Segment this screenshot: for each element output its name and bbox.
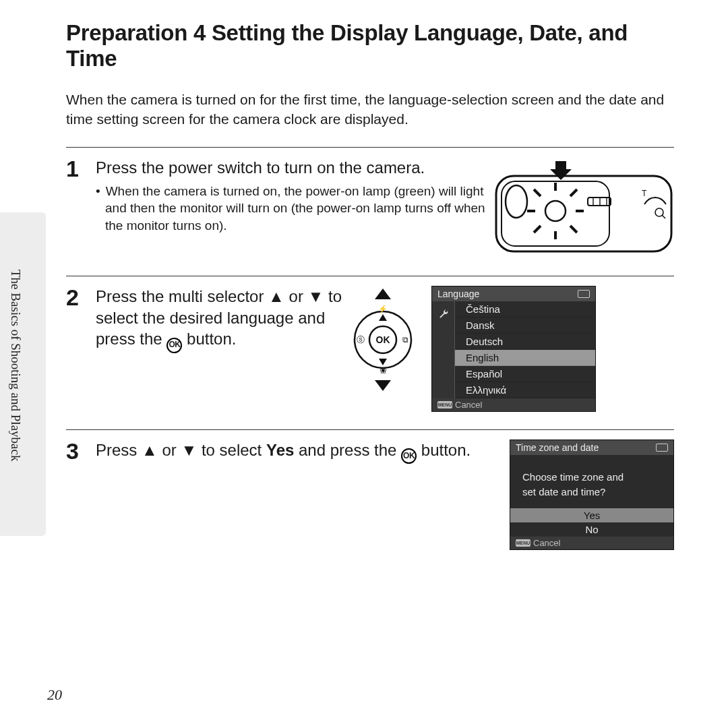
language-option[interactable]: Español <box>455 366 595 382</box>
side-tab <box>0 212 46 536</box>
svg-point-12 <box>506 185 527 218</box>
timezone-prompt-line1: Choose time zone and <box>522 470 661 485</box>
ok-button-icon: OK <box>401 448 417 464</box>
menu-icon: MENU <box>516 539 530 547</box>
side-section-title: The Basics of Shooting and Playback <box>8 270 23 506</box>
wrench-icon <box>437 308 450 320</box>
svg-line-10 <box>570 226 577 233</box>
up-triangle-icon: ▲ <box>268 286 284 307</box>
svg-text:OK: OK <box>376 334 390 345</box>
language-option[interactable]: Deutsch <box>455 334 595 350</box>
camera-top-illustration: T <box>493 157 674 258</box>
page-title: Preparation 4 Setting the Display Langua… <box>66 20 674 71</box>
card-icon <box>656 444 668 452</box>
language-option[interactable]: Ελληνικά <box>455 382 595 398</box>
svg-text:⧉: ⧉ <box>402 335 408 344</box>
svg-text:❀: ❀ <box>380 365 387 375</box>
svg-rect-16 <box>588 198 611 206</box>
language-screen-title: Language <box>437 289 479 299</box>
svg-marker-11 <box>550 161 572 180</box>
svg-line-7 <box>534 189 541 196</box>
svg-marker-25 <box>379 314 387 321</box>
svg-line-8 <box>570 189 577 196</box>
cancel-label[interactable]: Cancel <box>533 538 560 548</box>
svg-text:⚡: ⚡ <box>378 304 388 313</box>
down-triangle-icon: ▼ <box>308 286 324 307</box>
step-number: 1 <box>66 157 96 258</box>
option-yes[interactable]: Yes <box>510 508 673 522</box>
step-3-head: Press ▲ or ▼ to select Yes and press the… <box>96 439 503 464</box>
card-icon <box>578 290 590 298</box>
step-1-head: Press the power switch to turn on the ca… <box>96 157 487 179</box>
step-number: 2 <box>66 286 96 412</box>
language-option[interactable]: Čeština <box>455 301 595 317</box>
timezone-screen-title: Time zone and date <box>516 442 599 453</box>
ok-button-icon: OK <box>166 338 182 353</box>
language-screen: Language Čeština Dansk Deutsch English E… <box>431 286 596 412</box>
svg-marker-21 <box>375 380 391 391</box>
timezone-prompt-line2: set date and time? <box>522 485 661 500</box>
step-number: 3 <box>66 439 96 550</box>
page-number: 20 <box>47 686 62 704</box>
svg-point-2 <box>545 201 566 221</box>
svg-text:ⓢ: ⓢ <box>357 335 365 344</box>
up-triangle-icon: ▲ <box>142 439 158 461</box>
language-option[interactable]: Dansk <box>455 317 595 334</box>
step-1: 1 Press the power switch to turn on the … <box>66 147 674 276</box>
step-1-sub: When the camera is turned on, the power-… <box>96 183 487 235</box>
down-triangle-icon: ▼ <box>181 439 197 461</box>
cancel-label[interactable]: Cancel <box>455 400 482 410</box>
menu-icon: MENU <box>437 401 452 408</box>
intro-text: When the camera is turned on for the fir… <box>66 90 674 129</box>
timezone-screen: Time zone and date Choose time zone and … <box>510 439 674 550</box>
step-2: 2 Press the multi selector ▲ or ▼ to sel… <box>66 276 674 429</box>
svg-marker-20 <box>375 289 391 299</box>
language-option-selected[interactable]: English <box>455 350 595 366</box>
language-list: Čeština Dansk Deutsch English Español Ελ… <box>455 301 595 398</box>
multi-selector-illustration: OK ⚡ ❀ ⓢ ⧉ <box>352 286 414 394</box>
svg-marker-26 <box>379 359 387 365</box>
svg-line-9 <box>534 226 541 233</box>
step-3: 3 Press ▲ or ▼ to select Yes and press t… <box>66 429 674 568</box>
option-no[interactable]: No <box>510 522 673 537</box>
step-2-head: Press the multi selector ▲ or ▼ to selec… <box>96 286 345 353</box>
svg-line-15 <box>662 215 665 218</box>
svg-text:T: T <box>642 189 647 198</box>
